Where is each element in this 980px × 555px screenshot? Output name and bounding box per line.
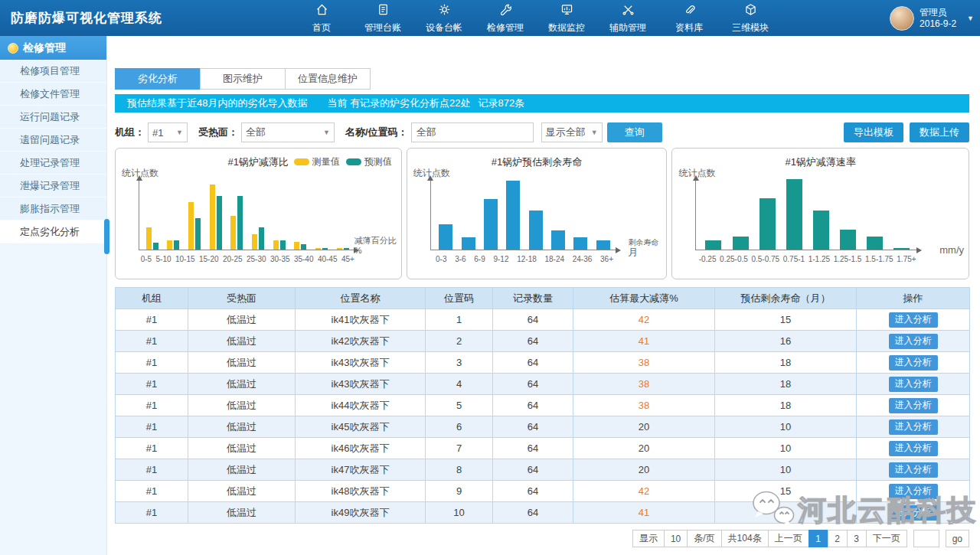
cell-record-count: 64 xyxy=(493,352,573,374)
legend-swatch-measured xyxy=(294,158,309,165)
x-tick-row: 0-33-66-99-1212-1818-2424-3636+ xyxy=(432,255,618,263)
nav-label: 资料库 xyxy=(675,21,703,34)
search-button[interactable]: 查询 xyxy=(607,122,662,142)
bar xyxy=(760,198,776,250)
cell-max-thinning: 41 xyxy=(573,331,715,352)
user-menu[interactable]: 管理员 2016-9-2 ▼ xyxy=(890,0,974,36)
cell-max-thinning: 38 xyxy=(573,352,715,374)
nav-item-maintenance[interactable]: 检修管理 xyxy=(475,0,536,36)
next-page-button[interactable]: 下一页 xyxy=(866,530,907,547)
enter-analysis-button[interactable]: 进入分析 xyxy=(889,462,938,478)
cell-surface: 低温过 xyxy=(188,459,296,481)
x-axis-label: mm/y xyxy=(939,245,964,255)
sidebar-header-label: 检修管理 xyxy=(23,41,66,55)
chart-thinning-ratio: #1锅炉减薄比 测量值 预测值 统计点数 0-55-1010-1515-2020… xyxy=(115,148,402,279)
bar xyxy=(813,211,829,250)
page-size-select[interactable]: 10 xyxy=(664,530,688,547)
enter-analysis-button[interactable]: 进入分析 xyxy=(889,377,938,392)
cell-unit: #1 xyxy=(116,416,188,438)
bar-group xyxy=(596,240,610,250)
col-surface: 受热面 xyxy=(188,288,296,309)
x-tick-label: 24-36 xyxy=(573,255,593,263)
bar-group xyxy=(867,237,883,250)
go-button[interactable]: go xyxy=(946,530,969,547)
cell-record-count: 64 xyxy=(493,459,573,481)
bar xyxy=(344,248,349,250)
enter-analysis-button[interactable]: 进入分析 xyxy=(889,355,938,371)
table-row: #1低温过ik42吹灰器下2644116进入分析 xyxy=(116,331,970,352)
charts-row: #1锅炉减薄比 测量值 预测值 统计点数 0-55-1010-1515-2020… xyxy=(115,148,969,279)
nav-item-auxiliary[interactable]: 辅助管理 xyxy=(597,0,658,36)
cell-record-count: 64 xyxy=(493,438,573,459)
tab-degradation-analysis[interactable]: 劣化分析 xyxy=(115,68,201,90)
nav-label: 首页 xyxy=(312,21,331,34)
sidebar-item-legacy-issues[interactable]: 遗留问题记录 xyxy=(0,129,106,152)
cell-record-count: 64 xyxy=(493,331,573,352)
enter-analysis-button[interactable]: 进入分析 xyxy=(889,484,938,499)
tab-diagram-maintenance[interactable]: 图示维护 xyxy=(200,68,286,90)
name-code-input[interactable] xyxy=(411,122,534,142)
cell-position-code: 2 xyxy=(426,331,493,352)
page-button-1[interactable]: 1 xyxy=(808,530,828,547)
nav-item-ledger[interactable]: 管理台账 xyxy=(352,0,413,36)
module-dot-icon xyxy=(8,43,18,54)
page-button-3[interactable]: 3 xyxy=(847,530,867,547)
sidebar-item-degradation-analysis[interactable]: 定点劣化分析 xyxy=(0,220,106,243)
cell-actions: 进入分析 xyxy=(857,502,970,524)
unit-select[interactable]: #1▼ xyxy=(148,122,188,142)
per-page-label: 条/页 xyxy=(687,530,721,547)
table-row: #1低温过ik48吹灰器下9644215进入分析 xyxy=(116,481,970,502)
sidebar-item-operation-issues[interactable]: 运行问题记录 xyxy=(0,106,106,129)
x-tick-label: 6-9 xyxy=(474,255,485,263)
enter-analysis-button[interactable]: 进入分析 xyxy=(889,441,938,456)
sidebar-item-venting-records[interactable]: 泄爆记录管理 xyxy=(0,175,106,198)
home-icon xyxy=(315,2,329,20)
enter-analysis-button[interactable]: 进入分析 xyxy=(889,312,938,328)
nav-label: 管理台账 xyxy=(364,21,401,34)
sidebar-header[interactable]: 检修管理 xyxy=(0,36,106,60)
cell-actions: 进入分析 xyxy=(857,416,970,438)
prev-page-button[interactable]: 上一页 xyxy=(768,530,809,547)
cell-position-code: 6 xyxy=(426,416,493,438)
bar xyxy=(893,248,910,250)
sidebar-item-expansion-indicator[interactable]: 膨胀指示管理 xyxy=(0,198,106,220)
bar xyxy=(315,248,321,250)
enter-analysis-button[interactable]: 进入分析 xyxy=(889,420,938,435)
enter-analysis-button[interactable]: 进入分析 xyxy=(889,398,938,413)
table-row: #1低温过ik43吹灰器下4643818进入分析 xyxy=(116,374,970,395)
nav-item-home[interactable]: 首页 xyxy=(291,0,352,36)
cell-unit: #1 xyxy=(116,481,188,502)
bars-area xyxy=(700,176,915,250)
nav-item-monitoring[interactable]: 数据监控 xyxy=(536,0,597,36)
chevron-down-icon[interactable]: ▼ xyxy=(967,15,974,22)
cell-surface: 低温过 xyxy=(188,502,296,524)
enter-analysis-button[interactable]: 进入分析 xyxy=(889,334,938,349)
col-max-thinning: 估算最大减薄% xyxy=(573,288,715,309)
page-button-2[interactable]: 2 xyxy=(828,530,848,547)
bar xyxy=(301,244,306,250)
enter-analysis-button[interactable]: 进入分析 xyxy=(889,505,938,521)
nav-item-equipment[interactable]: 设备台帐 xyxy=(413,0,475,36)
sidebar-item-handling-records[interactable]: 处理记录管理 xyxy=(0,152,106,175)
bar xyxy=(596,240,610,250)
sidebar-item-project-mgmt[interactable]: 检修项目管理 xyxy=(0,60,106,83)
bar-group xyxy=(484,199,498,250)
goto-page-input[interactable] xyxy=(913,530,939,547)
nav-item-3d-module[interactable]: 三维模块 xyxy=(720,0,781,36)
nav-item-library[interactable]: 资料库 xyxy=(658,0,720,36)
tab-position-info-maintenance[interactable]: 位置信息维护 xyxy=(285,68,371,90)
cell-record-count: 64 xyxy=(493,502,573,524)
cell-max-thinning: 38 xyxy=(573,395,715,416)
display-select[interactable]: 显示全部▼ xyxy=(541,122,603,142)
sidebar-item-file-mgmt[interactable]: 检修文件管理 xyxy=(0,83,106,106)
data-upload-button[interactable]: 数据上传 xyxy=(910,122,969,142)
bar xyxy=(273,240,279,250)
x-tick-label: -0.25 xyxy=(699,255,717,263)
col-unit: 机组 xyxy=(116,288,188,309)
surface-select[interactable]: 全部▼ xyxy=(241,122,335,142)
export-template-button[interactable]: 导出模板 xyxy=(844,122,903,142)
cell-position-code: 10 xyxy=(426,502,493,524)
bar xyxy=(252,234,257,250)
x-axis xyxy=(139,250,357,250)
cell-unit: #1 xyxy=(116,331,188,352)
